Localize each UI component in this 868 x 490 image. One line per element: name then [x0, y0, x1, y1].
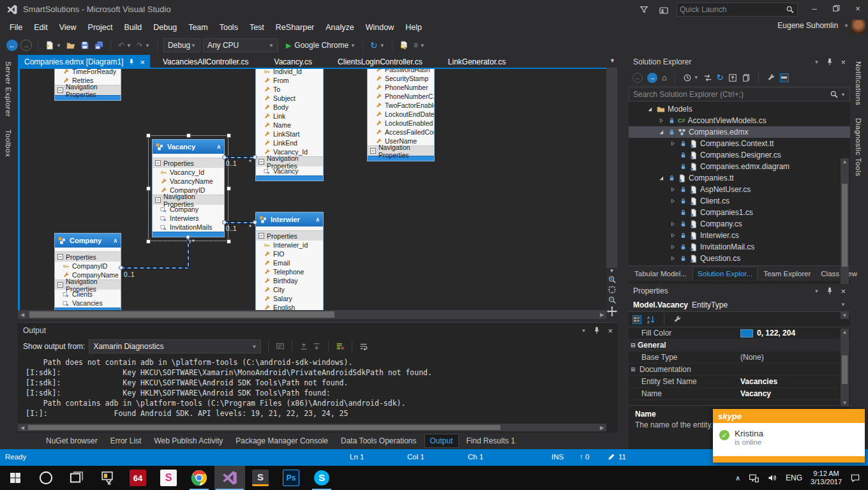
menu-build[interactable]: Build — [118, 20, 147, 34]
collapse-section-icon[interactable]: − — [57, 87, 63, 93]
menu-file[interactable]: File — [4, 20, 28, 34]
entity-property[interactable]: CompanyID — [55, 262, 121, 271]
property-row[interactable]: Base Type(None) — [629, 352, 850, 364]
taskbar-photoshop[interactable]: Ps — [276, 466, 306, 490]
tree-item[interactable]: C#AccountViewModels.cs — [629, 115, 850, 126]
platform-dropdown[interactable]: Any CPU▼ — [203, 38, 278, 52]
taskbar-task-view[interactable] — [61, 466, 92, 490]
bottom-tab-package-manager-console[interactable]: Package Manager Console — [230, 434, 333, 447]
entity-property[interactable]: LockoutEndDate... — [368, 110, 434, 119]
taskbar-admin-tool[interactable] — [92, 466, 123, 490]
entity-header[interactable]: Interwier∧ — [256, 212, 323, 226]
feedback-filter-icon[interactable] — [640, 5, 648, 14]
open-file-icon[interactable] — [66, 41, 75, 50]
entity-section-header[interactable]: −Navigation Properties — [256, 156, 323, 167]
bottom-tab-web-publish-activity[interactable]: Web Publish Activity — [149, 434, 228, 447]
entity-property[interactable]: FIO — [256, 249, 323, 258]
tree-item[interactable]: Companies1.cs — [629, 207, 850, 218]
tree-item[interactable]: Models — [629, 103, 850, 115]
scroll-left-icon[interactable]: ◀ — [18, 312, 27, 318]
expanded-icon[interactable] — [647, 106, 654, 112]
output-log[interactable]: Path does not contain adb in \platform-t… — [18, 355, 618, 419]
tree-item[interactable]: AspNetUser.cs — [629, 184, 850, 195]
entity-property[interactable]: Link — [256, 112, 323, 121]
collapse-section-icon[interactable]: − — [155, 197, 161, 203]
property-value[interactable]: Vacancy — [740, 389, 850, 398]
collapsed-icon[interactable] — [670, 140, 677, 147]
categorized-icon[interactable] — [632, 315, 641, 324]
expanded-icon[interactable] — [658, 129, 666, 135]
entity-vacancy[interactable]: Vacancy∧−PropertiesVacancy_IdVacancyName… — [152, 139, 225, 237]
start-debug-button[interactable]: ▶ Google Chrome ▼ — [285, 40, 357, 51]
entity-section-header[interactable]: −Navigation Properties — [55, 279, 121, 290]
tray-chevron-up-icon[interactable]: ∧ — [735, 474, 740, 482]
entity-property[interactable]: Interwier_id — [256, 241, 323, 249]
sync-with-active-document-icon[interactable] — [703, 73, 712, 82]
properties-header[interactable]: Properties ▼ × — [629, 284, 850, 298]
entity-property[interactable]: LinkStart — [256, 130, 323, 138]
entity-property[interactable]: InvitationMails — [153, 223, 224, 232]
close-tab-icon[interactable]: × — [140, 57, 145, 67]
tree-item[interactable]: Interwier.cs — [629, 230, 850, 241]
collapse-entity-icon[interactable]: ∧ — [216, 144, 221, 150]
tree-item[interactable]: Client.cs — [629, 195, 850, 207]
pin-icon[interactable] — [825, 57, 834, 66]
panel-tab-team-explorer[interactable]: Team Explorer — [759, 267, 815, 280]
network-icon[interactable] — [749, 473, 759, 483]
menu-tools[interactable]: Tools — [214, 20, 244, 34]
refresh-icon[interactable]: ↻ — [717, 73, 724, 82]
entity-property[interactable]: From — [256, 76, 323, 85]
entity-property[interactable]: Email — [256, 258, 323, 267]
redo-button[interactable]: ↷▼ — [135, 40, 151, 51]
tree-item[interactable]: Companies.Designer.cs — [629, 149, 850, 161]
grid-vscrollbar[interactable]: ▲ ▼ — [841, 329, 849, 406]
property-category[interactable]: ⊟General — [629, 339, 850, 352]
editor-tab[interactable]: Vacancy.cs — [262, 55, 326, 69]
menu-window[interactable]: Window — [360, 20, 400, 34]
color-swatch[interactable] — [740, 329, 753, 338]
taskbar-chrome[interactable] — [184, 466, 214, 490]
tree-item[interactable]: InvitationMail.cs — [629, 241, 850, 253]
pin-icon[interactable] — [592, 326, 601, 335]
entity-section-header[interactable]: −Navigation Properties — [368, 145, 434, 156]
taskbar-start[interactable] — [0, 466, 31, 490]
collapse-entity-icon[interactable]: ∧ — [113, 237, 117, 244]
new-item-icon[interactable] — [45, 41, 54, 50]
undo-button[interactable]: ↶▼ — [117, 40, 133, 51]
quick-launch-box[interactable] — [677, 3, 798, 17]
hscroll-thumb[interactable] — [29, 311, 334, 318]
scroll-up-icon[interactable]: ▲ — [841, 159, 849, 165]
entity-header[interactable]: Vacancy∧ — [153, 140, 224, 154]
properties-copy-icon[interactable] — [742, 73, 751, 82]
taskbar-s-app[interactable]: S — [153, 466, 184, 490]
solution-search-input[interactable] — [633, 90, 830, 99]
entity-property[interactable]: VacancyName — [153, 177, 224, 186]
close-panel-icon[interactable]: × — [841, 286, 846, 296]
association-connector[interactable] — [121, 267, 190, 269]
entity-property[interactable]: Vacancies — [55, 299, 121, 308]
next-message-icon[interactable] — [312, 342, 321, 351]
scroll-up-icon[interactable]: ▲ — [841, 329, 849, 335]
collapsed-icon[interactable] — [670, 244, 677, 250]
collapsed-icon[interactable] — [658, 117, 666, 124]
bottom-tab-output[interactable]: Output — [424, 434, 459, 448]
selection-handle[interactable] — [146, 186, 151, 191]
collapse-section-icon[interactable]: − — [155, 160, 161, 166]
property-value[interactable]: Vacancies — [740, 377, 850, 386]
pending-changes-filter-icon[interactable] — [683, 73, 692, 82]
expand-group-icon[interactable]: ⊞ — [629, 366, 638, 373]
entity-partial[interactable]: PasswordHashSecurityStampPhoneNumberPhon… — [367, 68, 435, 161]
properties-object-dropdown[interactable]: Model.Vacancy EntityType ▼ — [629, 298, 850, 312]
navigate-back-button[interactable]: ← — [6, 40, 18, 51]
entity-property[interactable]: PhoneNumberC... — [368, 92, 434, 101]
tree-item[interactable]: Companies.tt — [629, 172, 850, 184]
pan-icon[interactable] — [606, 306, 618, 317]
bottom-tab-nuget-browser[interactable]: NuGet browser — [41, 434, 103, 447]
editor-tab[interactable]: Companies.edmx [Diagram1]× — [18, 55, 150, 69]
tree-item[interactable]: Question.cs — [629, 253, 850, 264]
bottom-tab-data-tools-operations[interactable]: Data Tools Operations — [336, 434, 422, 447]
push-count[interactable]: ↑ 0 — [580, 453, 589, 461]
property-row[interactable]: Entity Set NameVacancies — [629, 376, 850, 388]
entity-company[interactable]: Company∧−PropertiesCompanyIDCompanyName−… — [54, 233, 121, 310]
restore-button[interactable] — [827, 1, 845, 15]
